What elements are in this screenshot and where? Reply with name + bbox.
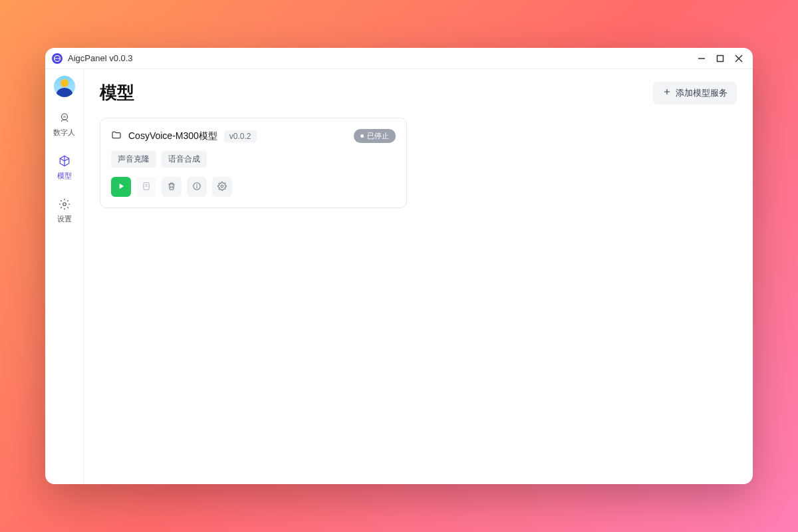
gear-icon (59, 198, 70, 211)
titlebar-controls (694, 51, 746, 66)
sidebar-item-label: 模型 (57, 171, 72, 181)
file-icon (142, 182, 151, 193)
gear-icon (217, 182, 227, 193)
close-button[interactable] (732, 51, 746, 66)
svg-point-15 (197, 184, 198, 185)
sidebar-item-model[interactable]: 模型 (45, 152, 83, 184)
version-badge: v0.0.2 (224, 130, 257, 142)
svg-point-7 (63, 203, 66, 206)
page-title: 模型 (100, 81, 134, 104)
status-dot-icon (360, 134, 364, 138)
cube-icon (59, 155, 70, 168)
add-button-label: 添加模型服务 (676, 87, 728, 99)
info-icon (192, 182, 201, 193)
avatar[interactable] (54, 76, 75, 97)
plus-icon (662, 87, 672, 98)
sidebar-item-label: 数字人 (53, 128, 75, 138)
maximize-button[interactable] (713, 51, 728, 66)
status-text: 已停止 (367, 131, 389, 141)
main-content: 模型 添加模型服务 CosyVoice-M300模型 v0.0.2 (84, 69, 753, 484)
folder-icon (111, 130, 122, 143)
content: AI 数字人 模型 设置 模型 (45, 69, 753, 484)
app-window: AigcPanel v0.0.3 AI 数字人 (45, 48, 753, 484)
app-logo-icon (52, 53, 63, 64)
titlebar: AigcPanel v0.0.3 (45, 48, 753, 69)
ai-head-icon: AI (59, 112, 70, 125)
tag: 声音克隆 (111, 151, 156, 168)
status-badge: 已停止 (354, 129, 396, 143)
card-header: CosyVoice-M300模型 v0.0.2 已停止 (111, 129, 396, 143)
model-name: CosyVoice-M300模型 (128, 130, 217, 142)
add-model-button[interactable]: 添加模型服务 (653, 82, 737, 104)
log-button[interactable] (136, 177, 156, 197)
minimize-button[interactable] (694, 51, 709, 66)
info-button[interactable] (187, 177, 207, 197)
sidebar-item-settings[interactable]: 设置 (45, 196, 83, 227)
tag: 语音合成 (162, 151, 207, 168)
start-button[interactable] (111, 177, 131, 197)
svg-rect-2 (718, 55, 724, 61)
app-title: AigcPanel v0.0.3 (68, 53, 133, 63)
delete-button[interactable] (162, 177, 182, 197)
trash-icon (167, 182, 176, 193)
sidebar: AI 数字人 模型 设置 (45, 69, 84, 484)
tags: 声音克隆 语音合成 (111, 151, 396, 168)
svg-point-16 (221, 185, 223, 188)
sidebar-item-label: 设置 (57, 214, 72, 224)
settings-button[interactable] (212, 177, 232, 197)
sidebar-item-digital-human[interactable]: AI 数字人 (45, 109, 83, 140)
titlebar-left: AigcPanel v0.0.3 (52, 53, 133, 64)
svg-text:AI: AI (63, 116, 66, 118)
model-card: CosyVoice-M300模型 v0.0.2 已停止 声音克隆 语音合成 (100, 118, 407, 208)
play-icon (116, 182, 126, 193)
page-header: 模型 添加模型服务 (100, 81, 737, 104)
card-actions (111, 177, 396, 197)
